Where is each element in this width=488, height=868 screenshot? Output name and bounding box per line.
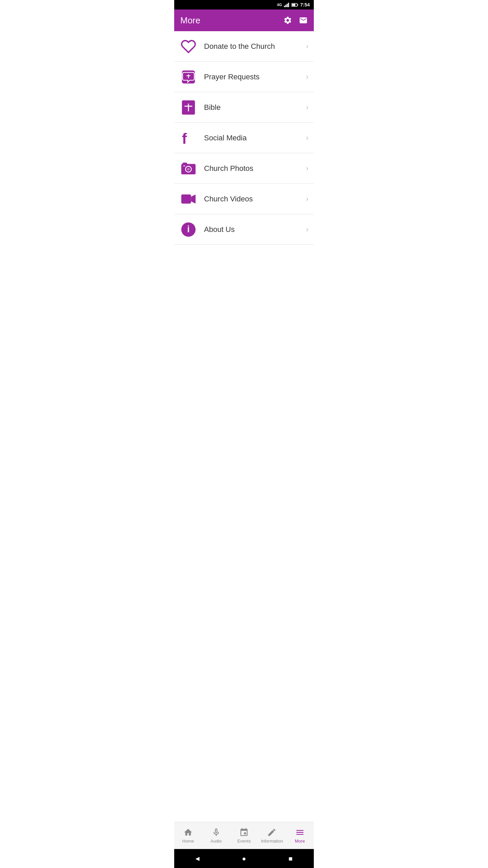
svg-rect-5 — [297, 4, 298, 5]
nav-item-events[interactable]: Events — [230, 822, 258, 849]
svg-rect-6 — [292, 4, 295, 6]
gear-icon — [283, 16, 292, 25]
header-actions — [283, 16, 308, 25]
video-icon — [181, 191, 196, 207]
svg-rect-20 — [181, 194, 191, 203]
donate-label: Donate to the Church — [204, 42, 306, 51]
nav-item-audio[interactable]: Audio — [202, 822, 230, 849]
bottom-nav: Home Audio Events Information More — [174, 822, 314, 849]
videos-label: Church Videos — [204, 195, 306, 203]
battery-icon — [291, 3, 298, 7]
mic-icon — [211, 828, 221, 837]
chevron-right-icon: › — [306, 134, 308, 142]
svg-text:i: i — [187, 224, 189, 234]
page-title: More — [180, 15, 200, 26]
svg-marker-21 — [191, 194, 196, 203]
nav-item-home[interactable]: Home — [174, 822, 202, 849]
chevron-right-icon: › — [306, 103, 308, 112]
facebook-icon-container: f — [180, 129, 197, 147]
chevron-right-icon: › — [306, 225, 308, 234]
chevron-right-icon: › — [306, 164, 308, 173]
menu-item-donate[interactable]: Donate to the Church › — [174, 31, 314, 62]
nav-item-more[interactable]: More — [286, 822, 314, 849]
settings-button[interactable] — [283, 16, 292, 25]
menu-item-photos[interactable]: Church Photos › — [174, 153, 314, 184]
heart-icon — [181, 39, 196, 54]
information-nav-label: Information — [261, 839, 283, 844]
svg-rect-1 — [285, 5, 286, 7]
svg-point-18 — [187, 168, 190, 171]
home-button[interactable]: ● — [237, 852, 251, 865]
prayer-icon — [181, 69, 196, 85]
svg-rect-0 — [284, 6, 285, 7]
info-icon: i — [181, 222, 196, 237]
social-label: Social Media — [204, 134, 306, 142]
menu-item-social[interactable]: f Social Media › — [174, 123, 314, 153]
svg-text:f: f — [182, 130, 187, 146]
info-icon-container: i — [180, 221, 197, 238]
about-label: About Us — [204, 225, 306, 234]
photos-label: Church Photos — [204, 164, 306, 173]
more-nav-label: More — [295, 839, 305, 844]
svg-rect-2 — [287, 4, 288, 7]
prayer-label: Prayer Requests — [204, 73, 306, 81]
back-button[interactable]: ◄ — [191, 852, 204, 865]
svg-rect-19 — [183, 165, 185, 166]
recents-button[interactable]: ■ — [284, 852, 297, 865]
signal-strength: 4G — [277, 3, 282, 7]
app-header: More — [174, 9, 314, 31]
pencil-icon — [267, 828, 277, 837]
nav-item-information[interactable]: Information — [258, 822, 286, 849]
menu-list: Donate to the Church › Prayer Requests ›… — [174, 31, 314, 822]
menu-item-bible[interactable]: Bible › — [174, 92, 314, 123]
menu-item-videos[interactable]: Church Videos › — [174, 184, 314, 214]
clock: 7:54 — [300, 2, 310, 7]
camera-icon-container — [180, 160, 197, 177]
audio-nav-label: Audio — [210, 839, 222, 844]
home-icon — [183, 828, 193, 837]
android-nav-bar: ◄ ● ■ — [174, 849, 314, 868]
camera-icon — [181, 161, 196, 176]
bible-icon-container — [180, 99, 197, 116]
bible-label: Bible — [204, 103, 306, 112]
heart-icon-container — [180, 38, 197, 55]
home-nav-label: Home — [182, 839, 194, 844]
menu-item-about[interactable]: i About Us › — [174, 214, 314, 245]
chevron-right-icon: › — [306, 195, 308, 203]
svg-rect-3 — [288, 3, 289, 7]
facebook-icon: f — [181, 130, 196, 146]
message-button[interactable] — [299, 16, 308, 25]
envelope-icon — [299, 16, 308, 25]
events-nav-label: Events — [237, 839, 251, 844]
video-icon-container — [180, 190, 197, 208]
status-bar: 4G 7:54 — [174, 0, 314, 9]
chevron-right-icon: › — [306, 42, 308, 51]
signal-icon — [284, 2, 289, 7]
chevron-right-icon: › — [306, 73, 308, 81]
bible-icon — [181, 100, 196, 115]
prayer-icon-container — [180, 68, 197, 86]
menu-item-prayer[interactable]: Prayer Requests › — [174, 62, 314, 92]
hamburger-icon — [295, 828, 305, 837]
calendar-icon — [239, 828, 249, 837]
